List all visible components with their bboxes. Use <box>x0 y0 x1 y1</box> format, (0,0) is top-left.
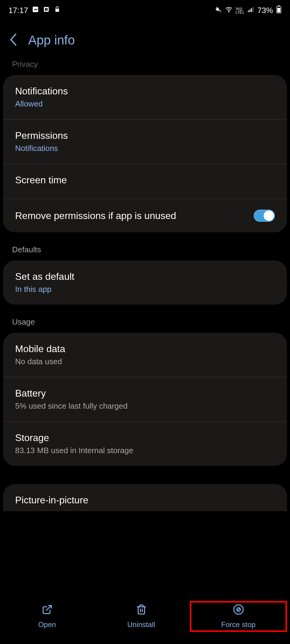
force-stop-button[interactable]: Force stop <box>190 601 287 632</box>
svg-rect-3 <box>55 9 59 12</box>
stop-icon <box>233 604 244 617</box>
pip-card[interactable]: Picture-in-picture <box>3 484 287 511</box>
svg-rect-9 <box>252 7 253 12</box>
battery-title: Battery <box>15 388 275 399</box>
remove-permissions-row[interactable]: Remove permissions if app is unused <box>3 199 287 232</box>
svg-line-13 <box>46 606 51 611</box>
clock-icon <box>43 6 50 15</box>
battery-percent: 73% <box>257 6 273 15</box>
svg-rect-12 <box>277 8 280 12</box>
header: App info <box>0 21 290 60</box>
uninstall-button[interactable]: Uninstall <box>94 604 188 629</box>
open-icon <box>42 604 53 617</box>
permissions-subtitle: Notifications <box>15 144 275 153</box>
toggle-thumb <box>264 211 274 221</box>
status-right: Vo))LTE1 73% <box>215 5 282 15</box>
vibrate-mute-icon <box>215 6 222 15</box>
screen-time-row[interactable]: Screen time <box>3 164 287 199</box>
status-left: 17:17 <box>8 6 61 15</box>
svg-line-18 <box>237 608 240 611</box>
notifications-row[interactable]: Notifications Allowed <box>3 75 287 119</box>
trash-icon <box>136 604 147 617</box>
section-label-defaults: Defaults <box>0 241 290 260</box>
permissions-title: Permissions <box>15 130 275 141</box>
svg-rect-6 <box>248 11 249 12</box>
signal-icon <box>247 6 254 15</box>
section-label-usage: Usage <box>0 314 290 333</box>
pip-title: Picture-in-picture <box>15 495 275 506</box>
notifications-title: Notifications <box>15 86 275 97</box>
mobile-data-subtitle: No data used <box>15 357 275 366</box>
status-bar: 17:17 Vo))LTE1 73% <box>0 0 290 21</box>
storage-subtitle: 83.13 MB used in Internal storage <box>15 446 275 455</box>
mobile-data-row[interactable]: Mobile data No data used <box>3 333 287 377</box>
usage-card: Mobile data No data used Battery 5% used… <box>3 333 287 466</box>
picture-icon <box>32 6 39 15</box>
back-icon[interactable] <box>9 33 18 47</box>
force-stop-label: Force stop <box>221 620 255 629</box>
screen-time-title: Screen time <box>15 175 275 186</box>
permissions-row[interactable]: Permissions Notifications <box>3 119 287 164</box>
volte-label: Vo))LTE1 <box>236 7 244 14</box>
open-label: Open <box>38 620 56 629</box>
open-button[interactable]: Open <box>0 604 94 629</box>
battery-row[interactable]: Battery 5% used since last fully charged <box>3 377 287 422</box>
mobile-data-title: Mobile data <box>15 343 275 355</box>
page-title: App info <box>28 33 75 47</box>
bottom-bar: Open Uninstall Force stop <box>0 595 290 644</box>
storage-row[interactable]: Storage 83.13 MB used in Internal storag… <box>3 422 287 466</box>
svg-rect-7 <box>249 9 250 12</box>
svg-rect-8 <box>251 8 252 12</box>
remove-permissions-title: Remove permissions if app is unused <box>15 210 176 221</box>
lock-icon <box>54 6 61 15</box>
svg-point-5 <box>229 11 229 12</box>
set-default-subtitle: In this app <box>15 285 275 294</box>
wifi-icon <box>225 6 232 15</box>
uninstall-label: Uninstall <box>127 620 155 629</box>
notifications-subtitle: Allowed <box>15 99 275 109</box>
privacy-card: Notifications Allowed Permissions Notifi… <box>3 75 287 232</box>
storage-title: Storage <box>15 432 275 443</box>
remove-permissions-toggle[interactable] <box>254 210 275 222</box>
set-default-title: Set as default <box>15 271 275 282</box>
battery-icon <box>276 5 282 15</box>
defaults-card: Set as default In this app <box>3 260 287 305</box>
status-time: 17:17 <box>8 6 28 15</box>
set-default-row[interactable]: Set as default In this app <box>3 260 287 305</box>
section-label-privacy: Privacy <box>0 60 290 75</box>
battery-subtitle: 5% used since last fully charged <box>15 401 275 411</box>
